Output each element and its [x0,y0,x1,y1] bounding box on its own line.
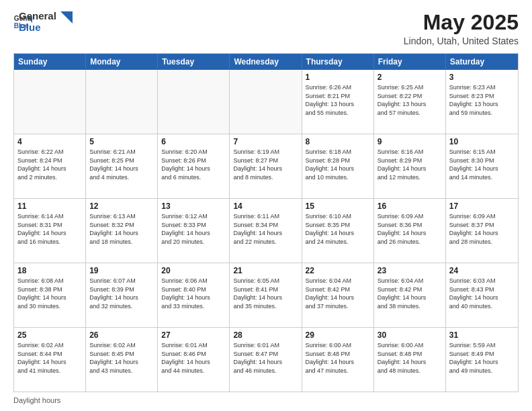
table-row [14,70,86,134]
table-row: 25Sunrise: 6:02 AM Sunset: 8:44 PM Dayli… [14,328,86,392]
table-row: 2Sunrise: 6:25 AM Sunset: 8:22 PM Daylig… [374,70,446,134]
cell-info: Sunrise: 6:00 AM Sunset: 8:48 PM Dayligh… [378,341,442,375]
table-row: 30Sunrise: 6:00 AM Sunset: 8:48 PM Dayli… [374,328,446,392]
day-number: 20 [161,266,226,275]
calendar-header-cell: Thursday [302,54,374,70]
table-row: 23Sunrise: 6:04 AM Sunset: 8:42 PM Dayli… [374,263,446,327]
day-number: 11 [17,201,82,211]
table-row: 21Sunrise: 6:05 AM Sunset: 8:41 PM Dayli… [230,263,302,327]
table-row: 28Sunrise: 6:01 AM Sunset: 8:47 PM Dayli… [230,328,302,392]
calendar-row: 25Sunrise: 6:02 AM Sunset: 8:44 PM Dayli… [14,327,518,392]
calendar-row: 4Sunrise: 6:22 AM Sunset: 8:24 PM Daylig… [14,134,518,198]
day-number: 16 [378,201,442,211]
cell-info: Sunrise: 6:03 AM Sunset: 8:43 PM Dayligh… [449,277,515,310]
calendar: SundayMondayTuesdayWednesdayThursdayFrid… [13,53,519,392]
day-number: 22 [306,266,370,275]
location: Lindon, Utah, United States [404,36,519,46]
day-number: 9 [378,137,442,146]
cell-info: Sunrise: 6:02 AM Sunset: 8:44 PM Dayligh… [17,341,82,375]
table-row: 18Sunrise: 6:08 AM Sunset: 8:38 PM Dayli… [14,263,86,327]
day-number: 24 [449,266,515,275]
cell-info: Sunrise: 6:10 AM Sunset: 8:35 PM Dayligh… [306,212,370,246]
table-row: 14Sunrise: 6:11 AM Sunset: 8:34 PM Dayli… [230,199,302,263]
table-row [158,70,230,134]
cell-info: Sunrise: 6:20 AM Sunset: 8:26 PM Dayligh… [161,148,226,181]
cell-info: Sunrise: 6:02 AM Sunset: 8:45 PM Dayligh… [89,341,154,375]
logo: General Blue General Blue [13,11,73,33]
day-number: 25 [17,330,82,340]
cell-info: Sunrise: 6:16 AM Sunset: 8:29 PM Dayligh… [378,148,442,181]
table-row: 31Sunrise: 5:59 AM Sunset: 8:49 PM Dayli… [446,328,518,392]
cell-info: Sunrise: 6:15 AM Sunset: 8:30 PM Dayligh… [449,148,515,181]
cell-info: Sunrise: 6:08 AM Sunset: 8:38 PM Dayligh… [17,277,82,310]
cell-info: Sunrise: 6:23 AM Sunset: 8:23 PM Dayligh… [449,83,515,117]
cell-info: Sunrise: 6:26 AM Sunset: 8:21 PM Dayligh… [306,83,370,117]
cell-info: Sunrise: 6:21 AM Sunset: 8:25 PM Dayligh… [89,148,154,181]
day-number: 30 [378,330,442,340]
logo-general-text: General [19,11,56,22]
table-row: 7Sunrise: 6:19 AM Sunset: 8:27 PM Daylig… [230,134,302,198]
cell-info: Sunrise: 6:00 AM Sunset: 8:48 PM Dayligh… [306,341,370,375]
logo-blue-text: Blue [19,22,56,34]
table-row: 8Sunrise: 6:18 AM Sunset: 8:28 PM Daylig… [302,134,374,198]
day-number: 29 [306,330,370,340]
table-row: 29Sunrise: 6:00 AM Sunset: 8:48 PM Dayli… [302,328,374,392]
day-number: 4 [17,137,82,146]
day-number: 19 [89,266,154,275]
day-number: 15 [306,201,370,211]
footer-note: Daylight hours [13,396,519,404]
calendar-header-cell: Wednesday [230,54,302,70]
cell-info: Sunrise: 6:13 AM Sunset: 8:32 PM Dayligh… [89,212,154,246]
table-row: 11Sunrise: 6:14 AM Sunset: 8:31 PM Dayli… [14,199,86,263]
cell-info: Sunrise: 5:59 AM Sunset: 8:49 PM Dayligh… [449,341,515,375]
day-number: 8 [306,137,370,146]
table-row: 17Sunrise: 6:09 AM Sunset: 8:37 PM Dayli… [446,199,518,263]
calendar-header-cell: Sunday [14,54,86,70]
table-row: 9Sunrise: 6:16 AM Sunset: 8:29 PM Daylig… [374,134,446,198]
cell-info: Sunrise: 6:25 AM Sunset: 8:22 PM Dayligh… [378,83,442,117]
table-row: 3Sunrise: 6:23 AM Sunset: 8:23 PM Daylig… [446,70,518,134]
cell-info: Sunrise: 6:09 AM Sunset: 8:36 PM Dayligh… [378,212,442,246]
svg-marker-3 [60,11,73,24]
calendar-header-cell: Saturday [446,54,518,70]
table-row: 24Sunrise: 6:03 AM Sunset: 8:43 PM Dayli… [446,263,518,327]
day-number: 6 [161,137,226,146]
cell-info: Sunrise: 6:09 AM Sunset: 8:37 PM Dayligh… [449,212,515,246]
table-row: 15Sunrise: 6:10 AM Sunset: 8:35 PM Dayli… [302,199,374,263]
calendar-header-cell: Tuesday [158,54,230,70]
cell-info: Sunrise: 6:04 AM Sunset: 8:42 PM Dayligh… [378,277,442,310]
calendar-header-cell: Monday [86,54,158,70]
cell-info: Sunrise: 6:14 AM Sunset: 8:31 PM Dayligh… [17,212,82,246]
table-row: 19Sunrise: 6:07 AM Sunset: 8:39 PM Dayli… [86,263,158,327]
table-row: 13Sunrise: 6:12 AM Sunset: 8:33 PM Dayli… [158,199,230,263]
table-row: 4Sunrise: 6:22 AM Sunset: 8:24 PM Daylig… [14,134,86,198]
table-row: 1Sunrise: 6:26 AM Sunset: 8:21 PM Daylig… [302,70,374,134]
table-row: 12Sunrise: 6:13 AM Sunset: 8:32 PM Dayli… [86,199,158,263]
table-row: 26Sunrise: 6:02 AM Sunset: 8:45 PM Dayli… [86,328,158,392]
day-number: 2 [378,73,442,82]
table-row: 10Sunrise: 6:15 AM Sunset: 8:30 PM Dayli… [446,134,518,198]
day-number: 13 [161,201,226,211]
cell-info: Sunrise: 6:12 AM Sunset: 8:33 PM Dayligh… [161,212,226,246]
title-block: May 2025 Lindon, Utah, United States [404,11,519,46]
cell-info: Sunrise: 6:07 AM Sunset: 8:39 PM Dayligh… [89,277,154,310]
day-number: 7 [233,137,298,146]
day-number: 5 [89,137,154,146]
calendar-header-cell: Friday [374,54,446,70]
table-row [86,70,158,134]
month-title: May 2025 [404,11,519,34]
day-number: 27 [161,330,226,340]
day-number: 26 [89,330,154,340]
cell-info: Sunrise: 6:19 AM Sunset: 8:27 PM Dayligh… [233,148,298,181]
day-number: 23 [378,266,442,275]
page: General Blue General Blue May 2025 Lindo… [0,0,532,411]
table-row: 5Sunrise: 6:21 AM Sunset: 8:25 PM Daylig… [86,134,158,198]
cell-info: Sunrise: 6:04 AM Sunset: 8:42 PM Dayligh… [306,277,370,310]
cell-info: Sunrise: 6:18 AM Sunset: 8:28 PM Dayligh… [306,148,370,181]
table-row: 20Sunrise: 6:06 AM Sunset: 8:40 PM Dayli… [158,263,230,327]
table-row: 22Sunrise: 6:04 AM Sunset: 8:42 PM Dayli… [302,263,374,327]
table-row: 6Sunrise: 6:20 AM Sunset: 8:26 PM Daylig… [158,134,230,198]
day-number: 18 [17,266,82,275]
logo-arrow-icon [60,11,73,30]
table-row: 16Sunrise: 6:09 AM Sunset: 8:36 PM Dayli… [374,199,446,263]
